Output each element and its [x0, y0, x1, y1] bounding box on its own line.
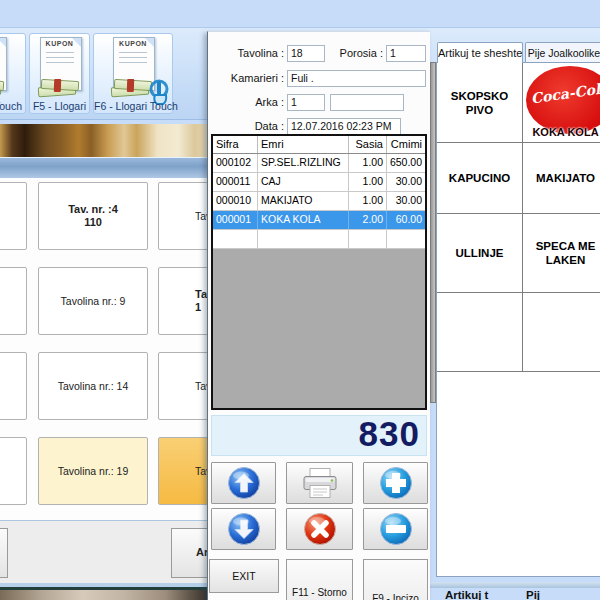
tavolina-label: Tavolina :	[214, 47, 284, 59]
tab-artikuj-te-sheshte[interactable]: Artikuj te sheshte	[437, 42, 523, 63]
articles-grid: SKOPSKO PIVO Coca-Cola KOKA KOLA KAPUCIN…	[436, 62, 600, 577]
background-photo-strip	[0, 590, 207, 600]
cancel-button[interactable]	[286, 508, 353, 550]
increase-quantity-button[interactable]	[363, 462, 428, 504]
product-button-kapucino[interactable]: KAPUCINO	[437, 143, 523, 214]
divider-strip	[430, 582, 600, 588]
product-button-makijato[interactable]: MAKIJATO	[523, 143, 600, 214]
total-box: 830	[211, 415, 427, 456]
bottom-toolbar: Ar	[0, 520, 207, 584]
f9-incizo-button[interactable]: F9 - Incizo	[363, 559, 428, 600]
ribbon-button-label: F6 - Llogari Touch	[94, 100, 172, 112]
column-header[interactable]: Cmimi	[387, 136, 425, 153]
move-up-button[interactable]	[211, 462, 276, 504]
order-panel: Tavolina : 18 Porosia : 1 Kamarieri : Fu…	[207, 31, 430, 600]
tables-grid: Tav. nr. :4 110 Tavol Tavolina nr.: 9 Ta…	[0, 178, 207, 520]
product-button-koka-kola[interactable]: Coca-Cola KOKA KOLA	[523, 63, 600, 143]
articles-panel: Artikuj te sheshte Pije Joalkoolike SKOP…	[436, 42, 600, 600]
table-row[interactable]: 000010 MAKIJATO 1.00 30.00	[213, 192, 425, 211]
table-row[interactable]: 000102 SP.SEL.RIZLING 1.00 650.00	[213, 154, 425, 173]
kamarieri-field[interactable]: Fuli .	[287, 70, 426, 87]
receipt-money-icon: KUPON	[37, 37, 83, 95]
tab-pije-joalkoolike[interactable]: Pije Joalkoolike	[525, 42, 600, 62]
f11-storno-button[interactable]: F11 - Storno	[286, 559, 353, 600]
data-label: Data :	[214, 120, 284, 132]
table-button-tav-9[interactable]: Tavolina nr.: 9	[38, 267, 148, 335]
column-header[interactable]: Sifra	[213, 136, 258, 153]
product-button-empty[interactable]	[523, 293, 600, 372]
table-button-partial[interactable]	[0, 267, 27, 335]
order-table-header: Sifra Emri Sasia Cmimi	[213, 136, 425, 154]
minus-icon	[379, 512, 413, 546]
porosia-field[interactable]: 1	[386, 45, 426, 62]
up-arrow-icon	[227, 466, 261, 500]
table-button-tav-14[interactable]: Tavolina nr.: 14	[38, 352, 148, 420]
ribbon-button-label: F5 - Llogari	[30, 100, 89, 112]
kamarieri-label: Kamarieri :	[214, 72, 284, 84]
tavolina-field[interactable]: 18	[287, 45, 325, 62]
total-value: 830	[359, 414, 420, 454]
data-field[interactable]: 12.07.2016 02:23 PM	[287, 118, 401, 135]
order-table: Sifra Emri Sasia Cmimi 000102 SP.SEL.RIZ…	[211, 134, 427, 410]
product-button-empty[interactable]	[437, 293, 523, 372]
toolbar-button-partial-left[interactable]	[0, 528, 8, 578]
column-header[interactable]: Sasia	[349, 136, 387, 153]
move-down-button[interactable]	[211, 508, 276, 550]
ribbon-button-label: Touch	[0, 100, 25, 112]
coca-cola-logo: Coca-Cola	[526, 66, 600, 134]
receipt-money-icon: KUPON	[0, 37, 8, 95]
product-button-ullinje[interactable]: ULLINJE	[437, 214, 523, 293]
printer-icon	[300, 467, 340, 500]
cancel-icon	[303, 512, 337, 546]
table-row[interactable]: 000011 CAJ 1.00 30.00	[213, 173, 425, 192]
product-button-skopsko-pivo[interactable]: SKOPSKO PIVO	[437, 63, 523, 143]
table-button-partial[interactable]	[0, 182, 27, 250]
down-arrow-icon	[227, 512, 261, 546]
bottom-tab-partial-artikuj[interactable]: Artikuj t	[445, 589, 488, 600]
ribbon-button-f5-llogari[interactable]: KUPON F5 - Llogari	[29, 33, 90, 114]
ribbon-button-f6-llogari-touch[interactable]: KUPON F6 - Llogari Touch	[93, 33, 173, 114]
decrease-quantity-button[interactable]	[363, 508, 428, 550]
table-row-selected[interactable]: 000001 KOKA KOLA 2.00 60.00	[213, 211, 425, 230]
ribbon-button-partial-touch[interactable]: KUPON Touch	[0, 33, 26, 114]
plus-icon	[379, 466, 413, 500]
table-button-partial[interactable]	[0, 352, 27, 420]
arka-field-2[interactable]	[330, 94, 404, 111]
arka-label: Arka :	[214, 96, 284, 108]
table-button-tav-19[interactable]: Tavolina nr.: 19	[38, 437, 148, 505]
pos-app-window: KUPON Touch KUPON F5 - Llogari KUPON	[0, 0, 600, 600]
table-button-tav-4[interactable]: Tav. nr. :4 110	[38, 182, 148, 250]
banner-image	[0, 124, 207, 157]
product-button-speca-me-laken[interactable]: SPECA ME LAKEN	[523, 214, 600, 293]
table-row-empty[interactable]	[213, 230, 425, 249]
exit-button[interactable]: EXIT	[209, 559, 279, 593]
divider-strip	[0, 157, 207, 179]
print-button[interactable]	[286, 462, 353, 504]
porosia-label: Porosia :	[333, 47, 383, 59]
bottom-tab-partial-pije[interactable]: Pij	[526, 589, 540, 600]
column-header[interactable]: Emri	[258, 136, 349, 153]
table-button-partial[interactable]	[0, 437, 27, 505]
arka-field[interactable]: 1	[287, 94, 325, 111]
